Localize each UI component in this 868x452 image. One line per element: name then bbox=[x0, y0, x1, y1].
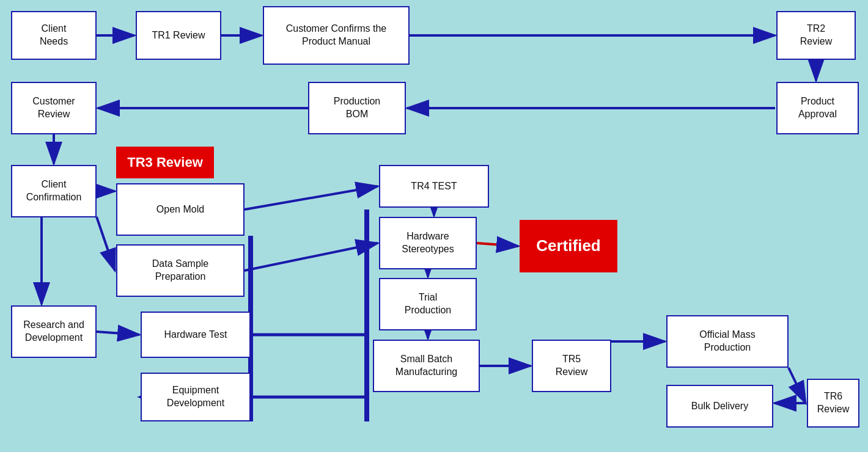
svg-line-27 bbox=[789, 368, 806, 403]
official-mass: Official MassProduction bbox=[666, 315, 789, 368]
data-sample: Data SamplePreparation bbox=[116, 244, 245, 297]
tr3-review: TR3 Review bbox=[116, 147, 214, 178]
svg-line-12 bbox=[245, 186, 378, 210]
research-dev: Research andDevelopment bbox=[11, 305, 97, 358]
production-bom: ProductionBOM bbox=[308, 82, 406, 134]
svg-line-11 bbox=[97, 217, 115, 271]
hardware-test: Hardware Test bbox=[141, 312, 251, 358]
tr6-review: TR6Review bbox=[807, 379, 859, 428]
tr2-review: TR2Review bbox=[776, 11, 856, 60]
trial-production: TrialProduction bbox=[379, 278, 477, 330]
customer-review: CustomerReview bbox=[11, 82, 97, 134]
small-batch: Small BatchManufacturing bbox=[373, 340, 480, 392]
tr1-review: TR1 Review bbox=[136, 11, 221, 60]
tr5-review: TR5Review bbox=[532, 340, 611, 392]
svg-line-15 bbox=[245, 243, 378, 271]
certified: Certified bbox=[520, 220, 617, 272]
svg-line-20 bbox=[97, 332, 139, 335]
tr4-test: TR4 TEST bbox=[379, 165, 489, 208]
equipment-dev: EquipmentDevelopment bbox=[141, 373, 251, 421]
client-confirmation: ClientConfirmation bbox=[11, 165, 97, 217]
bulk-delivery: Bulk Delivery bbox=[666, 385, 773, 428]
product-approval: ProductApproval bbox=[776, 82, 859, 134]
diagram: ClientNeedsTR1 ReviewCustomer Confirms t… bbox=[0, 0, 868, 452]
svg-line-19 bbox=[477, 243, 518, 246]
open-mold: Open Mold bbox=[116, 183, 245, 236]
client-needs: ClientNeeds bbox=[11, 11, 97, 60]
hardware-stereo: HardwareStereotypes bbox=[379, 217, 477, 269]
customer-confirms: Customer Confirms theProduct Manual bbox=[263, 6, 410, 65]
